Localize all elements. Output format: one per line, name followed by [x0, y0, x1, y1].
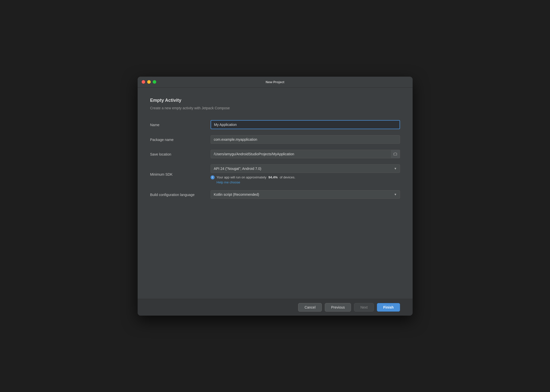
new-project-window: New Project Empty Activity Create a new …: [138, 77, 413, 316]
build-config-row: Build configuration language Kotlin scri…: [150, 190, 400, 199]
maximize-button[interactable]: [153, 80, 156, 84]
browse-folder-button[interactable]: [391, 150, 400, 158]
previous-button[interactable]: Previous: [325, 303, 351, 312]
info-icon: i: [211, 175, 215, 179]
build-config-select[interactable]: Kotlin script (Recommended) Groovy DSL: [211, 190, 400, 199]
titlebar: New Project: [138, 77, 413, 88]
sdk-info-line: i Your app will run on approximately 94.…: [211, 175, 400, 179]
minimum-sdk-wrapper: API 21 ("Lollipop"; Android 5.0) API 22 …: [211, 164, 400, 173]
package-row: Package name: [150, 135, 400, 144]
save-location-control: [211, 150, 400, 158]
save-location-label: Save location: [150, 152, 211, 156]
name-row: Name: [150, 120, 400, 129]
section-title: Empty Activity: [150, 98, 400, 103]
minimum-sdk-control: API 21 ("Lollipop"; Android 5.0) API 22 …: [211, 164, 400, 184]
build-config-label: Build configuration language: [150, 192, 211, 197]
package-control: [211, 135, 400, 144]
minimum-sdk-row: Minimum SDK API 21 ("Lollipop"; Android …: [150, 164, 400, 184]
close-button[interactable]: [142, 80, 145, 84]
next-button[interactable]: Next: [354, 303, 374, 312]
help-me-choose-link[interactable]: Help me choose: [217, 180, 400, 184]
save-location-row: Save location: [150, 150, 400, 158]
name-label: Name: [150, 122, 211, 127]
sdk-info-text-pre: Your app will run on approximately: [217, 175, 266, 179]
package-label: Package name: [150, 137, 211, 142]
minimize-button[interactable]: [147, 80, 151, 84]
build-config-control: Kotlin script (Recommended) Groovy DSL ▼: [211, 190, 400, 199]
minimum-sdk-select[interactable]: API 21 ("Lollipop"; Android 5.0) API 22 …: [211, 164, 400, 173]
build-config-wrapper: Kotlin script (Recommended) Groovy DSL ▼: [211, 190, 400, 199]
dialog-content: Empty Activity Create a new empty activi…: [138, 88, 413, 279]
minimum-sdk-label: Minimum SDK: [150, 172, 211, 176]
bottom-bar: Cancel Previous Next Finish: [138, 299, 413, 316]
traffic-lights: [142, 80, 156, 84]
package-input[interactable]: [211, 135, 400, 144]
save-location-input[interactable]: [211, 150, 400, 158]
save-location-wrapper: [211, 150, 400, 158]
finish-button[interactable]: Finish: [377, 303, 400, 312]
window-title: New Project: [266, 80, 284, 84]
name-control: [211, 120, 400, 129]
cancel-button[interactable]: Cancel: [298, 303, 322, 312]
name-input[interactable]: [211, 120, 400, 129]
sdk-info-box: i Your app will run on approximately 94.…: [211, 175, 400, 184]
sdk-info-percentage: 94.4%: [268, 175, 278, 179]
sdk-info-text-post: of devices.: [280, 175, 295, 179]
section-subtitle: Create a new empty activity with Jetpack…: [150, 106, 400, 110]
